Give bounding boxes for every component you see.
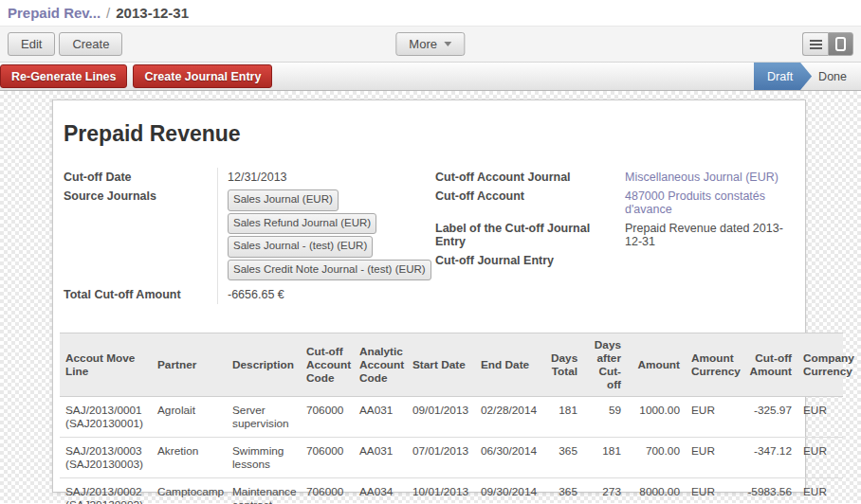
table-cell: EUR <box>797 478 843 504</box>
more-dropdown-label: More <box>409 37 437 51</box>
table-cell: -347.12 <box>741 438 797 478</box>
table-cell: 1000.00 <box>627 397 686 438</box>
table-cell: 07/01/2013 <box>407 438 475 478</box>
column-header[interactable]: Amount Currency <box>686 333 741 397</box>
form-sheet: Prepaid Revenue Cut-off Date 12/31/2013 … <box>52 99 806 493</box>
table-cell: 273 <box>583 478 627 504</box>
create-button[interactable]: Create <box>59 32 122 56</box>
table-cell: Agrolait <box>152 397 227 438</box>
journal-tag: Sales Journal - (test) (EUR) <box>228 236 373 258</box>
field-value: -6656.65 € <box>217 285 284 304</box>
table-cell: 700.00 <box>627 438 686 478</box>
column-header[interactable]: Cut-off Account Code <box>301 333 354 397</box>
breadcrumb-parent-link[interactable]: Prepaid Rev... <box>8 5 101 21</box>
table-cell: EUR <box>686 478 741 504</box>
column-header[interactable]: Description <box>227 333 301 397</box>
field-label: Cut-off Account <box>435 187 625 219</box>
field-total-cutoff-amount: Total Cut-off Amount -6656.65 € <box>64 285 435 304</box>
breadcrumb-separator: / <box>106 5 110 21</box>
table-cell: 02/28/2014 <box>475 397 545 438</box>
state-done: Done <box>812 63 861 90</box>
breadcrumb-current: 2013-12-31 <box>116 5 189 21</box>
table-cell: -5983.56 <box>741 478 797 504</box>
column-header[interactable]: Company Currency <box>797 333 843 397</box>
app-window: Prepaid Rev... / 2013-12-31 Edit Create … <box>0 0 861 504</box>
chevron-down-icon <box>444 42 451 46</box>
breadcrumb: Prepaid Rev... / 2013-12-31 <box>0 0 861 26</box>
table-cell: 365 <box>545 438 583 478</box>
source-journals-tags: Sales Journal (EUR)Sales Refund Journal … <box>217 187 435 285</box>
field-cutoff-account-journal: Cut-off Account Journal Miscellaneous Jo… <box>435 168 796 187</box>
table-cell: Swimming lessons <box>227 438 301 478</box>
table-cell: AA034 <box>354 478 407 504</box>
regenerate-lines-button[interactable]: Re-Generate Lines <box>0 64 127 88</box>
column-header[interactable]: Start Date <box>407 333 475 397</box>
list-view-button[interactable] <box>802 32 828 56</box>
cutoff-account-journal-link[interactable]: Miscellaneous Journal (EUR) <box>625 168 779 187</box>
table-cell: 365 <box>545 478 583 504</box>
table-cell: EUR <box>797 397 843 438</box>
column-header[interactable]: Partner <box>152 333 227 397</box>
journal-tag: Sales Journal (EUR) <box>228 189 339 211</box>
table-cell: EUR <box>686 438 741 478</box>
state-draft: Draft <box>754 63 812 90</box>
table-cell: 8000.00 <box>627 478 686 504</box>
field-journal-entry-label: Label of the Cut-off Journal Entry Prepa… <box>435 219 796 251</box>
column-header[interactable]: End Date <box>475 333 545 397</box>
create-journal-entry-button[interactable]: Create Journal Entry <box>133 64 272 88</box>
column-header[interactable]: Cut-off Amount <box>741 333 797 397</box>
table-cell: 181 <box>545 397 583 438</box>
table-cell: AA031 <box>354 397 407 438</box>
table-row[interactable]: SAJ/2013/0003 (SAJ20130003)AkretionSwimm… <box>60 438 843 478</box>
field-cutoff-account: Cut-off Account 487000 Produits constaté… <box>435 187 796 219</box>
list-icon <box>810 40 822 49</box>
state-indicator: Draft Done <box>754 63 861 90</box>
table-cell: 09/30/2014 <box>475 478 545 504</box>
column-header[interactable]: Days after Cut-off <box>583 333 627 397</box>
page-title: Prepaid Revenue <box>64 121 805 147</box>
journal-tag: Sales Refund Journal (EUR) <box>228 213 376 235</box>
table-cell: 706000 <box>301 438 354 478</box>
column-header[interactable]: Days Total <box>545 333 583 397</box>
table-cell: EUR <box>797 438 843 478</box>
toolbar: Edit Create More <box>0 26 861 62</box>
more-dropdown-button[interactable]: More <box>395 32 465 56</box>
table-cell: Akretion <box>152 438 227 478</box>
cutoff-account-link[interactable]: 487000 Produits constatés d'avance <box>625 187 794 219</box>
field-value: 12/31/2013 <box>217 168 287 187</box>
table-cell: AA031 <box>354 438 407 478</box>
cutoff-lines-table: Accout Move LinePartnerDescriptionCut-of… <box>60 333 843 504</box>
table-row[interactable]: SAJ/2013/0001 (SAJ20130001)AgrolaitServe… <box>60 397 843 438</box>
field-group-left: Cut-off Date 12/31/2013 Source Journals … <box>64 168 435 304</box>
table-row[interactable]: SAJ/2013/0002 (SAJ20130002)CamptocampMai… <box>60 478 843 504</box>
table-cell: 06/30/2014 <box>475 438 545 478</box>
column-header[interactable]: Analytic Account Code <box>354 333 407 397</box>
field-cutoff-date: Cut-off Date 12/31/2013 <box>64 168 435 187</box>
field-label: Cut-off Account Journal <box>435 168 625 187</box>
field-cutoff-journal-entry: Cut-off Journal Entry <box>435 251 796 270</box>
table-cell: 181 <box>583 438 627 478</box>
journal-tag: Sales Credit Note Journal - (test) (EUR) <box>228 260 431 281</box>
table-cell: -325.97 <box>741 397 797 438</box>
field-label: Label of the Cut-off Journal Entry <box>435 219 625 251</box>
field-label: Cut-off Journal Entry <box>435 251 625 270</box>
table-body: SAJ/2013/0001 (SAJ20130001)AgrolaitServe… <box>60 397 843 504</box>
table-cell: SAJ/2013/0002 (SAJ20130002) <box>60 478 152 504</box>
field-label: Total Cut-off Amount <box>64 285 217 304</box>
edit-button[interactable]: Edit <box>8 32 55 56</box>
table-cell: SAJ/2013/0001 (SAJ20130001) <box>60 397 152 438</box>
content-area: Prepaid Revenue Cut-off Date 12/31/2013 … <box>0 91 861 503</box>
form-view-button[interactable] <box>828 32 853 56</box>
table-cell: 59 <box>583 397 627 438</box>
table-header-row: Accout Move LinePartnerDescriptionCut-of… <box>60 333 843 397</box>
field-label: Cut-off Date <box>64 168 217 187</box>
field-label: Source Journals <box>64 187 217 285</box>
column-header[interactable]: Amount <box>627 333 686 397</box>
table-cell: EUR <box>686 397 741 438</box>
table-cell: Camptocamp <box>152 478 227 504</box>
table-cell: Server supervision <box>227 397 301 438</box>
column-header[interactable]: Accout Move Line <box>60 333 152 397</box>
table-cell: 10/01/2013 <box>407 478 475 504</box>
table-cell: 706000 <box>301 478 354 504</box>
view-switcher <box>802 32 853 56</box>
